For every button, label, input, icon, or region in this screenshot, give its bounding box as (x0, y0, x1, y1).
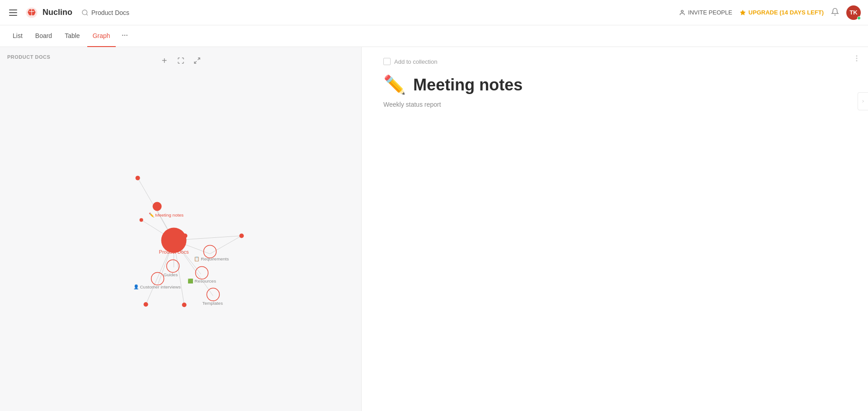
more-icon (121, 32, 128, 39)
tab-board[interactable]: Board (30, 25, 57, 47)
collapse-button[interactable] (191, 54, 203, 67)
svg-point-30 (856, 58, 857, 59)
graph-node-dot1[interactable] (136, 176, 140, 180)
logo-area: Nuclino (24, 5, 72, 20)
invite-label: INVITE PEOPLE (688, 9, 732, 16)
tab-list[interactable]: List (7, 25, 28, 47)
search-area[interactable]: Product Docs (81, 9, 129, 16)
vertical-dots-icon (853, 54, 861, 62)
graph-node-dot6[interactable] (182, 302, 186, 307)
graph-panel: PRODUCT DOCS + (0, 47, 362, 411)
svg-point-4 (124, 35, 125, 35)
header: Nuclino Product Docs INVITE PEOPLE UPGRA… (0, 0, 868, 25)
sidebar-toggle-button[interactable] (858, 92, 868, 110)
add-to-collection-label[interactable]: Add to collection (394, 58, 437, 65)
upgrade-button[interactable]: UPGRADE (14 DAYS LEFT) (740, 9, 824, 16)
collapse-icon (193, 57, 201, 64)
svg-text:👤 Customer interviews: 👤 Customer interviews (133, 284, 181, 290)
header-right: INVITE PEOPLE UPGRADE (14 DAYS LEFT) TK (679, 5, 861, 20)
svg-point-2 (681, 10, 684, 12)
graph-visualization[interactable]: Product Docs ✏️ Meeting notes 📋 Requirem… (0, 47, 361, 411)
logo-text: Nuclino (42, 8, 72, 17)
graph-node-dot4[interactable] (239, 233, 244, 238)
person-icon (679, 9, 685, 16)
svg-text:🟩 Resources: 🟩 Resources (188, 278, 216, 284)
graph-node-guides[interactable] (167, 260, 179, 272)
menu-button[interactable] (7, 8, 19, 18)
svg-text:✏️ Meeting notes: ✏️ Meeting notes (149, 212, 184, 218)
brain-icon (24, 5, 39, 20)
svg-line-8 (194, 61, 197, 63)
svg-point-5 (127, 35, 127, 35)
main-layout: PRODUCT DOCS + (0, 47, 868, 411)
graph-breadcrumb: PRODUCT DOCS (7, 54, 50, 60)
graph-node-resources[interactable] (195, 266, 208, 279)
tab-bar: List Board Table Graph (0, 25, 868, 47)
panel-more-button[interactable] (853, 54, 861, 65)
right-panel: Add to collection ✏️ Meeting notes Weekl… (362, 47, 868, 411)
graph-node-dot2[interactable] (140, 218, 143, 222)
search-text: Product Docs (91, 9, 129, 16)
graph-node-templates[interactable] (207, 288, 219, 301)
tab-graph[interactable]: Graph (87, 25, 116, 47)
svg-point-31 (856, 61, 857, 61)
bell-icon (831, 8, 839, 16)
document-subtitle: Weekly status report (383, 101, 846, 108)
sidebar-toggle-icon (861, 99, 865, 104)
graph-node-meeting-notes[interactable] (153, 202, 162, 211)
fullscreen-button[interactable] (175, 54, 187, 67)
tab-table[interactable]: Table (59, 25, 85, 47)
fullscreen-icon (177, 57, 184, 64)
star-icon (740, 9, 746, 16)
tab-more-button[interactable] (119, 30, 130, 43)
svg-text:Templates: Templates (202, 301, 222, 306)
graph-controls: + (158, 54, 203, 67)
graph-node-dot5[interactable] (144, 302, 148, 307)
document-title-area: ✏️ Meeting notes (383, 74, 846, 95)
online-dot (857, 16, 861, 20)
upgrade-label: UPGRADE (14 DAYS LEFT) (749, 9, 824, 16)
document-title: Meeting notes (413, 76, 523, 94)
svg-text:Guides: Guides (164, 272, 178, 277)
svg-text:📋 Requirements: 📋 Requirements (194, 256, 229, 262)
notification-button[interactable] (831, 8, 839, 18)
graph-node-customer-interviews[interactable] (151, 272, 164, 285)
svg-line-7 (198, 58, 200, 60)
invite-people-button[interactable]: INVITE PEOPLE (679, 9, 732, 16)
svg-point-29 (856, 56, 857, 57)
svg-marker-3 (740, 10, 745, 15)
svg-text:Product Docs: Product Docs (159, 249, 189, 255)
add-node-button[interactable]: + (158, 54, 171, 67)
add-to-collection-checkbox[interactable] (383, 58, 391, 65)
add-to-collection-area: Add to collection (383, 58, 846, 65)
svg-point-6 (122, 35, 123, 35)
svg-point-1 (82, 10, 87, 15)
svg-line-19 (210, 236, 241, 254)
avatar-initials: TK (849, 9, 857, 16)
graph-node-requirements[interactable] (203, 245, 216, 258)
avatar[interactable]: TK (846, 5, 861, 20)
search-icon (81, 9, 89, 16)
document-emoji: ✏️ (383, 74, 406, 95)
